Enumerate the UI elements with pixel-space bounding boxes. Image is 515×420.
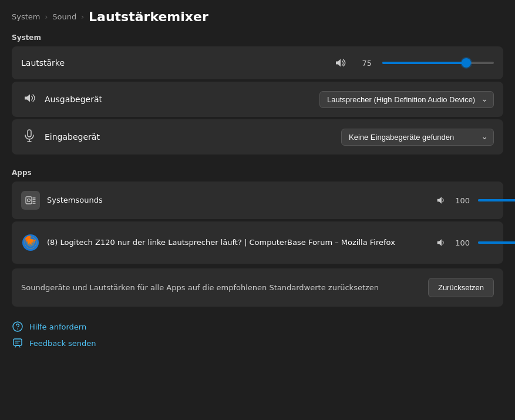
systemsounds-controls: 100 ⌄ — [436, 193, 494, 209]
systemsounds-icon — [21, 191, 40, 210]
firefox-icon — [21, 233, 40, 252]
help-link[interactable]: Hilfe anfordern — [12, 321, 503, 332]
breadcrumb-separator-1: › — [45, 13, 48, 21]
reset-button[interactable]: Zurücksetzen — [428, 278, 494, 297]
firefox-controls: 100 ⌄ — [436, 235, 494, 251]
svg-rect-3 — [26, 197, 32, 204]
output-device-select[interactable]: Lautsprecher (High Definition Audio Devi… — [319, 91, 494, 108]
output-device-card: Ausgabegerät Lautsprecher (High Definiti… — [12, 82, 503, 117]
breadcrumb-separator-2: › — [81, 13, 84, 21]
svg-point-4 — [28, 199, 31, 202]
breadcrumb: System › Sound › Lautstärkemixer — [12, 9, 503, 24]
svg-rect-13 — [14, 339, 22, 345]
slider-fill — [382, 62, 466, 64]
systemsounds-volume-value: 100 — [453, 196, 470, 205]
feedback-icon — [12, 337, 23, 349]
reset-description: Soundgeräte und Lautstärken für alle App… — [21, 283, 419, 292]
help-label: Hilfe anfordern — [29, 322, 86, 331]
input-device-icon — [21, 129, 38, 145]
footer: Hilfe anfordern Feedback senden — [12, 321, 503, 349]
systemsounds-app-row: Systemsounds 100 ⌄ — [21, 182, 494, 219]
volume-icon — [334, 57, 346, 69]
feedback-label: Feedback senden — [29, 339, 96, 348]
firefox-app-card: (8) Logitech Z120 nur der linke Lautspre… — [12, 221, 503, 264]
breadcrumb-system[interactable]: System — [12, 12, 40, 21]
systemsounds-app-name: Systemsounds — [47, 196, 429, 206]
svg-rect-0 — [28, 130, 31, 137]
reset-row: Soundgeräte und Lautstärken für alle App… — [12, 268, 503, 307]
feedback-link[interactable]: Feedback senden — [12, 337, 503, 349]
firefox-volume-value: 100 — [453, 238, 470, 247]
svg-point-10 — [26, 238, 35, 247]
system-volume-row: Lautstärke 75 — [21, 46, 494, 79]
input-device-card: Eingabegerät Keine Eingabegeräte gefunde… — [12, 119, 503, 154]
slider-thumb[interactable] — [462, 58, 471, 68]
output-device-label: Ausgabegerät — [45, 95, 312, 104]
output-device-row: Ausgabegerät Lautsprecher (High Definiti… — [21, 82, 494, 117]
firefox-slider-track — [478, 241, 515, 244]
systemsounds-slider[interactable] — [478, 194, 515, 206]
input-device-row: Eingabegerät Keine Eingabegeräte gefunde… — [21, 119, 494, 154]
output-device-icon — [21, 92, 38, 107]
systemsounds-volume-icon — [436, 195, 446, 206]
system-section-label: System — [12, 33, 503, 42]
breadcrumb-sound[interactable]: Sound — [52, 12, 76, 21]
svg-point-12 — [17, 328, 18, 330]
breadcrumb-current: Lautstärkemixer — [89, 9, 208, 24]
input-device-label: Eingabegerät — [45, 132, 334, 142]
volume-slider[interactable] — [382, 57, 494, 69]
volume-label: Lautstärke — [21, 58, 68, 68]
firefox-volume-icon — [436, 237, 446, 248]
input-device-select[interactable]: Keine Eingabegeräte gefunden — [341, 129, 494, 146]
firefox-slider[interactable] — [478, 237, 515, 248]
system-volume-card: Lautstärke 75 — [12, 46, 503, 79]
apps-section-label: Apps — [12, 169, 503, 177]
firefox-app-name: (8) Logitech Z120 nur der linke Lautspre… — [47, 238, 429, 248]
input-device-select-wrapper[interactable]: Keine Eingabegeräte gefunden — [341, 129, 494, 146]
volume-value: 75 — [355, 59, 372, 68]
systemsounds-slider-track — [478, 199, 515, 201]
slider-track — [382, 62, 494, 64]
output-device-select-wrapper[interactable]: Lautsprecher (High Definition Audio Devi… — [319, 91, 494, 108]
firefox-slider-fill — [478, 241, 515, 244]
help-icon — [12, 321, 23, 332]
systemsounds-app-card: Systemsounds 100 ⌄ — [12, 182, 503, 219]
firefox-app-row: (8) Logitech Z120 nur der linke Lautspre… — [21, 221, 494, 264]
systemsounds-slider-fill — [478, 199, 515, 201]
